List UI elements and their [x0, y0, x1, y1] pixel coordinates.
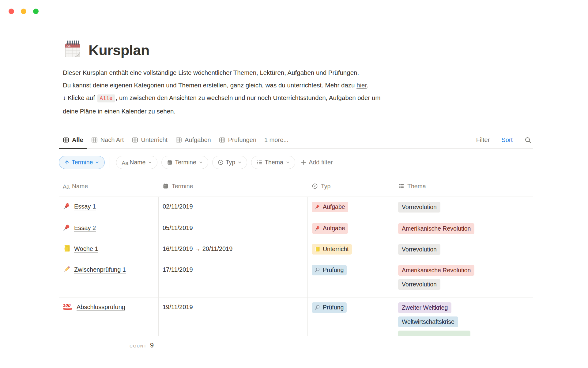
- sort-chip-label: Termine: [72, 159, 93, 166]
- termine-cell[interactable]: 02/11/2019: [159, 197, 308, 218]
- column-header-termine[interactable]: Termine: [159, 176, 308, 197]
- page-link[interactable]: Essay 1: [74, 202, 96, 211]
- termine-cell[interactable]: 17/11/2019: [159, 260, 308, 297]
- table-row: Essay 2 05/11/2019 Aufgabe Amerikanische…: [59, 218, 533, 239]
- thema-cell[interactable]: Vorrevolution: [394, 239, 533, 260]
- window-controls: [9, 9, 39, 14]
- filter-chip-termine[interactable]: Termine: [161, 156, 208, 169]
- tab-label: Aufgaben: [185, 136, 211, 144]
- minimize-button[interactable]: [21, 9, 26, 14]
- chip-label: Thema: [265, 159, 283, 166]
- table-icon: [63, 137, 69, 143]
- typ-cell[interactable]: Unterricht: [308, 239, 394, 260]
- table-icon: [132, 137, 138, 143]
- typ-cell[interactable]: Aufgabe: [308, 218, 394, 239]
- search-icon[interactable]: [524, 136, 532, 144]
- notebook-icon: [63, 244, 71, 252]
- thema-tag: Zweiter Weltkrieg: [398, 302, 451, 313]
- name-cell[interactable]: Essay 2: [59, 218, 159, 239]
- termine-cell[interactable]: 05/11/2019: [159, 218, 308, 239]
- typ-cell[interactable]: Aufgabe: [308, 197, 394, 218]
- plus-icon: [301, 159, 307, 165]
- hundred-icon: 100: [63, 303, 73, 310]
- termine-cell[interactable]: 19/11/2019: [159, 297, 308, 336]
- close-button[interactable]: [9, 9, 14, 14]
- typ-badge-label: Prüfung: [323, 266, 344, 274]
- filter-button[interactable]: Filter: [476, 136, 490, 144]
- thema-cell[interactable]: Amerikanische Revolution Vorrevolution: [394, 260, 533, 297]
- typ-badge-label: Prüfung: [323, 303, 344, 312]
- spiral-calendar-icon: JUL: [63, 39, 82, 58]
- zoom-button[interactable]: [33, 9, 39, 14]
- name-cell[interactable]: Essay 1: [59, 197, 159, 218]
- pushpin-icon: [315, 204, 320, 210]
- page-header: JUL Kursplan: [59, 0, 533, 58]
- typ-badge: Prüfung: [312, 302, 347, 313]
- magnifier-icon: [315, 305, 320, 310]
- page-title: Kursplan: [89, 42, 149, 58]
- page-description: Dieser Kursplan enthält eine vollständig…: [59, 66, 518, 117]
- thema-cell[interactable]: Zweiter Weltkrieg Weltwirtschaftskrise: [394, 297, 533, 336]
- page-link[interactable]: Zwischenprüfung 1: [74, 265, 126, 274]
- termine-cell[interactable]: 16/11/2019 → 20/11/2019: [159, 239, 308, 260]
- thema-cell[interactable]: Vorrevolution: [394, 197, 533, 218]
- typ-badge: Prüfung: [312, 265, 347, 275]
- add-filter-label: Add filter: [309, 159, 333, 166]
- filter-chip-name[interactable]: Aa Name: [116, 156, 157, 169]
- column-label: Name: [72, 183, 88, 190]
- add-filter-button[interactable]: Add filter: [301, 159, 333, 166]
- thema-tag: Vorrevolution: [398, 244, 440, 255]
- column-label: Termine: [172, 183, 193, 190]
- calendar-icon: [163, 183, 169, 189]
- aa-icon: Aa: [122, 159, 127, 165]
- table-row: Zwischenprüfung 1 17/11/2019 Prüfung Ame…: [59, 260, 533, 297]
- tab-alle[interactable]: Alle: [59, 132, 87, 148]
- page-link[interactable]: Abschlussprüfung: [77, 302, 125, 312]
- thema-tag: Vorrevolution: [398, 279, 440, 290]
- name-cell[interactable]: 100 Abschlussprüfung: [59, 297, 159, 336]
- tab-pruefungen[interactable]: Prüfungen: [215, 132, 260, 148]
- tab-nach-art[interactable]: Nach Art: [87, 132, 128, 148]
- svg-text:JUL: JUL: [66, 45, 71, 47]
- view-controls: Filter Sort: [476, 132, 533, 148]
- hier-link[interactable]: hier: [356, 82, 367, 89]
- chevron-down-icon: [286, 160, 290, 164]
- chevron-down-icon: [148, 160, 152, 164]
- thema-tag: Amerikanische Revolution: [398, 265, 474, 276]
- column-header-typ[interactable]: Typ: [308, 176, 394, 197]
- sort-button[interactable]: Sort: [501, 136, 513, 144]
- typ-badge: Unterricht: [312, 244, 352, 255]
- view-tab-bar: Alle Nach Art Unterricht Aufgaben Prüfun…: [59, 132, 533, 149]
- page-link[interactable]: Woche 1: [74, 244, 98, 254]
- count-value: 9: [150, 342, 154, 349]
- sort-chip-termine[interactable]: Termine: [59, 156, 105, 169]
- toolbar-divider: [110, 157, 110, 168]
- tab-label: Prüfungen: [228, 136, 256, 144]
- magnifier-icon: [315, 267, 320, 273]
- typ-badge-label: Aufgabe: [323, 224, 345, 232]
- typ-badge: Aufgabe: [312, 223, 348, 234]
- tab-label: Nach Art: [100, 136, 124, 144]
- table-row: Essay 1 02/11/2019 Aufgabe Vorrevolution: [59, 197, 533, 218]
- chevron-down-icon: [199, 160, 203, 164]
- more-views-button[interactable]: 1 more...: [260, 132, 292, 148]
- column-label: Typ: [321, 183, 330, 190]
- typ-cell[interactable]: Prüfung: [308, 297, 394, 336]
- page: JUL Kursplan Dieser Kursplan enthält ein…: [59, 0, 533, 349]
- filter-chip-typ[interactable]: Typ: [212, 156, 247, 169]
- tab-aufgaben[interactable]: Aufgaben: [172, 132, 215, 148]
- column-header-name[interactable]: Aa Name: [59, 176, 159, 197]
- thema-cell[interactable]: Amerikanische Revolution: [394, 218, 533, 239]
- arrow-up-icon: [64, 160, 70, 165]
- table-row: 100 Abschlussprüfung 19/11/2019 Prüfung …: [59, 297, 533, 336]
- aa-icon: Aa: [63, 183, 69, 189]
- name-cell[interactable]: Woche 1: [59, 239, 159, 260]
- column-header-thema[interactable]: Thema: [394, 176, 533, 197]
- page-link[interactable]: Essay 2: [74, 223, 96, 233]
- filter-chip-thema[interactable]: Thema: [251, 156, 295, 169]
- tab-unterricht[interactable]: Unterricht: [128, 132, 172, 148]
- name-cell[interactable]: Zwischenprüfung 1: [59, 260, 159, 297]
- thema-tag-partial: [398, 331, 470, 336]
- typ-cell[interactable]: Prüfung: [308, 260, 394, 297]
- filter-toolbar: Termine Aa Name Termine Typ Thema: [59, 149, 533, 176]
